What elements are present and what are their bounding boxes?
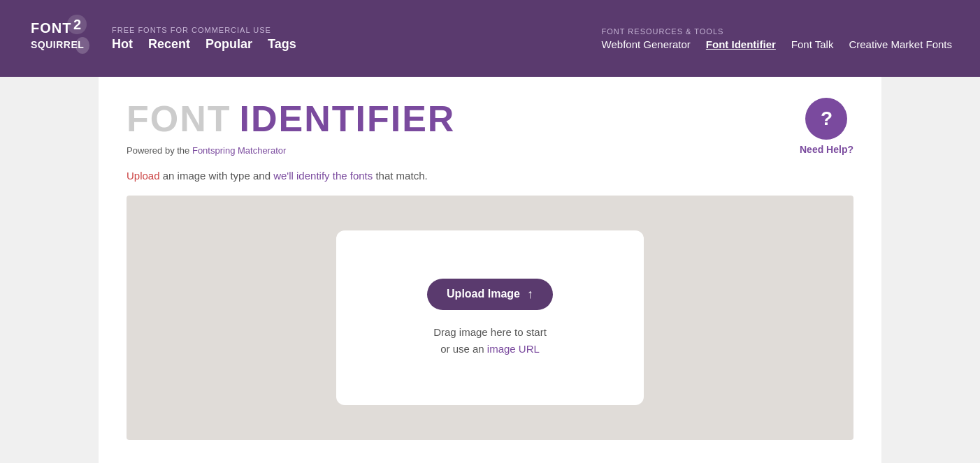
help-icon-circle: ? (805, 98, 847, 140)
drag-text-line2: or use an image URL (433, 341, 547, 358)
nav-left: FREE FONTS FOR COMMERCIAL USE Hot Recent… (112, 26, 296, 52)
page-title-area: FONT IDENTIFIER (127, 98, 853, 140)
nav-link-font-talk[interactable]: Font Talk (791, 38, 834, 50)
title-font-word: FONT (127, 98, 231, 140)
logo-area: FONT 2 SQUIRREL (28, 12, 91, 65)
help-question-mark: ? (821, 108, 833, 130)
svg-point-5 (75, 37, 89, 54)
svg-text:FONT: FONT (31, 20, 71, 36)
drop-zone[interactable]: Upload Image ↑ Drag image here to start … (336, 230, 644, 405)
nav-right: FONT RESOURCES & TOOLS Webfont Generator… (602, 27, 952, 50)
nav-link-popular[interactable]: Popular (206, 37, 252, 52)
title-identifier-word: IDENTIFIER (240, 98, 456, 140)
upload-arrow-icon: ↑ (527, 287, 533, 302)
nav-link-tags[interactable]: Tags (268, 37, 296, 52)
drag-text-line1: Drag image here to start (433, 324, 547, 341)
drop-instructions: Drag image here to start or use an image… (433, 324, 547, 358)
help-button[interactable]: ? Need Help? (800, 98, 853, 155)
main-wrapper: ? Need Help? FONT IDENTIFIER Powered by … (0, 77, 980, 463)
logo-link[interactable]: FONT 2 SQUIRREL (28, 12, 91, 65)
nav-links-left: Hot Recent Popular Tags (112, 37, 296, 52)
help-label: Need Help? (800, 144, 853, 155)
nav-link-font-identifier[interactable]: Font Identifier (706, 38, 776, 50)
logo-svg: FONT 2 SQUIRREL (28, 12, 91, 62)
nav-link-creative-market[interactable]: Creative Market Fonts (849, 38, 952, 50)
fontspring-link[interactable]: Fontspring Matcherator (192, 145, 286, 156)
nav-links-right: Webfont Generator Font Identifier Font T… (602, 38, 952, 50)
nav-left-label: FREE FONTS FOR COMMERCIAL USE (112, 26, 296, 34)
upload-image-button[interactable]: Upload Image ↑ (427, 279, 553, 310)
svg-text:2: 2 (73, 17, 81, 32)
nav-link-hot[interactable]: Hot (112, 37, 133, 52)
content-area: ? Need Help? FONT IDENTIFIER Powered by … (99, 77, 881, 463)
upload-button-label: Upload Image (447, 288, 520, 300)
description-text: Upload an image with type and we'll iden… (127, 170, 853, 182)
drop-zone-wrapper: Upload Image ↑ Drag image here to start … (127, 196, 853, 440)
image-url-link[interactable]: image URL (487, 343, 540, 355)
nav-right-label: FONT RESOURCES & TOOLS (602, 27, 952, 36)
site-header: FONT 2 SQUIRREL FREE FONTS FOR COMMERCIA… (0, 0, 980, 77)
nav-link-webfont-generator[interactable]: Webfont Generator (602, 38, 691, 50)
nav-link-recent[interactable]: Recent (148, 37, 190, 52)
powered-by-text: Powered by the Fontspring Matcherator (127, 145, 853, 156)
